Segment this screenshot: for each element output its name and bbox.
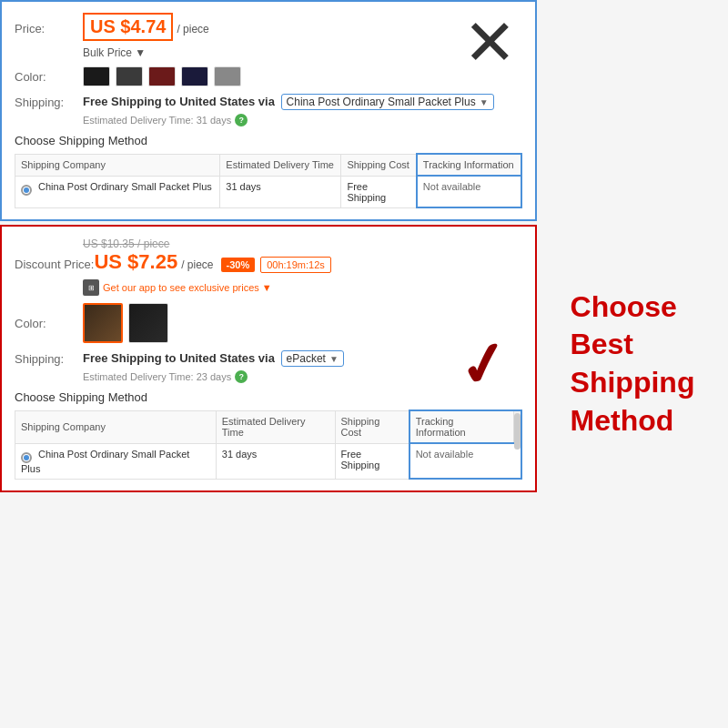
color-thumb-dark[interactable] (128, 303, 168, 343)
color-swatch-maroon[interactable] (148, 66, 176, 86)
discount-price-per: / piece (181, 258, 213, 271)
help-icon[interactable]: ? (235, 114, 248, 126)
col-header-delivery: Estimated Delivery Time (220, 154, 341, 176)
price-row: Price: US $4.74 / piece (15, 13, 522, 41)
shipping-info-bottom: Free Shipping to United States via ePack… (83, 350, 344, 367)
right-label-line2: Best (571, 326, 695, 364)
epacket-method-text: ePacket (287, 352, 326, 365)
shipping-method-badge[interactable]: China Post Ordinary Small Packet Plus ▼ (281, 94, 494, 110)
company-name-b: China Post Ordinary Small Packet Plus (21, 449, 189, 474)
right-label: Choose Best Shipping Method (571, 288, 695, 440)
radio-button-b[interactable] (21, 452, 32, 463)
scrollbar[interactable] (513, 411, 521, 442)
right-label-line3: Shipping (571, 364, 695, 402)
delivery-label: Estimated Delivery Time: 31 days (83, 115, 231, 126)
col-header-cost: Shipping Cost (341, 154, 417, 176)
color-swatch-gray[interactable] (214, 66, 241, 86)
col-header-company: Shipping Company (15, 154, 220, 176)
tracking-cell-b: Not available (410, 443, 521, 479)
shipping-text: Free Shipping to United States via (83, 95, 275, 108)
shipping-info: Free Shipping to United States via China… (83, 94, 494, 110)
shipping-table-wrapper: Shipping Company Estimated Delivery Time… (15, 153, 522, 208)
color-row-bottom: Color: (15, 303, 522, 343)
color-thumb-brown[interactable] (83, 303, 123, 343)
col-header-cost-b: Shipping Cost (335, 410, 410, 443)
shipping-label-bottom: Shipping: (15, 350, 83, 366)
original-price: US $10.35 / piece (83, 238, 522, 250)
color-swatch-darkgray[interactable] (116, 66, 143, 86)
discount-label: Discount Price: (15, 258, 94, 271)
scrollbar-thumb[interactable] (514, 413, 521, 450)
right-label-line4: Method (571, 402, 695, 440)
discount-price-value: US $7.25 (94, 250, 177, 274)
company-cell: China Post Ordinary Small Packet Plus (15, 176, 220, 207)
cost-cell: FreeShipping (341, 176, 417, 207)
shipping-method-text: China Post Ordinary Small Packet Plus (287, 96, 476, 108)
color-row: Color: (15, 66, 522, 86)
bulk-price[interactable]: Bulk Price ▼ (83, 46, 522, 59)
delivery-cell-b: 31 days (216, 443, 335, 479)
app-promo[interactable]: ⊞ Get our app to see exclusive prices ▼ (83, 279, 522, 296)
tracking-status: Not available (423, 181, 481, 192)
delivery-cell: 31 days (220, 176, 341, 207)
discount-price-row: Discount Price: US $7.25 / piece -30% 00… (15, 250, 522, 274)
company-cell-b: China Post Ordinary Small Packet Plus (15, 443, 217, 479)
col-header-tracking: Tracking Information (417, 154, 521, 176)
choose-shipping-title: Choose Shipping Method (15, 134, 522, 147)
discount-badge: -30% (221, 258, 256, 272)
company-name: China Post Ordinary Small Packet Plus (38, 181, 212, 192)
right-panel: Choose Best Shipping Method (537, 0, 728, 728)
shipping-table-wrapper-bottom: Shipping Company Estimated Delivery Time… (15, 410, 522, 480)
radio-button[interactable] (21, 185, 32, 196)
shipping-table-bottom: Shipping Company Estimated Delivery Time… (15, 410, 522, 480)
timer-badge: 00h:19m:12s (260, 257, 331, 273)
app-promo-text: Get our app to see exclusive prices ▼ (103, 282, 272, 293)
delivery-time-bottom: Estimated Delivery Time: 23 days ? (83, 370, 522, 383)
shipping-row: Shipping: Free Shipping to United States… (15, 94, 522, 110)
color-label: Color: (15, 70, 83, 84)
col-header-tracking-b: Tracking Information (410, 410, 521, 443)
delivery-time: Estimated Delivery Time: 31 days ? (83, 114, 522, 126)
col-header-company-b: Shipping Company (15, 410, 217, 443)
shipping-label: Shipping: (15, 94, 83, 109)
good-example-section: ✓ US $10.35 / piece Discount Price: US $… (0, 225, 537, 492)
epacket-badge[interactable]: ePacket ▼ (281, 350, 344, 367)
price-per: / piece (177, 23, 208, 35)
color-swatches (83, 66, 241, 86)
color-label-bottom: Color: (15, 317, 83, 330)
shipping-row-bottom: Shipping: Free Shipping to United States… (15, 350, 522, 367)
shipping-text-bottom: Free Shipping to United States via (83, 351, 275, 365)
shipping-table: Shipping Company Estimated Delivery Time… (15, 153, 522, 208)
table-row-bottom: China Post Ordinary Small Packet Plus 31… (15, 443, 522, 479)
bad-example-section: ✕ Price: US $4.74 / piece Bulk Price ▼ C… (0, 0, 537, 221)
right-label-line1: Choose (571, 288, 695, 327)
price-value: US $4.74 (83, 13, 173, 41)
cost-cell-b: FreeShipping (335, 443, 410, 479)
color-swatch-navy[interactable] (181, 66, 208, 86)
help-icon-bottom[interactable]: ? (235, 370, 248, 383)
tracking-status-b: Not available (416, 449, 474, 460)
table-row: China Post Ordinary Small Packet Plus 31… (15, 176, 522, 207)
price-label: Price: (15, 22, 83, 35)
app-icon: ⊞ (83, 279, 99, 296)
tracking-cell: Not available (417, 176, 521, 207)
epacket-dropdown-arrow-icon: ▼ (329, 354, 339, 364)
choose-shipping-title-bottom: Choose Shipping Method (15, 390, 522, 404)
delivery-label-bottom: Estimated Delivery Time: 23 days (83, 371, 231, 382)
color-swatch-black[interactable] (83, 66, 110, 86)
dropdown-arrow-icon: ▼ (480, 97, 489, 107)
col-header-delivery-b: Estimated Delivery Time (216, 410, 335, 443)
color-swatches-bottom (83, 303, 168, 343)
